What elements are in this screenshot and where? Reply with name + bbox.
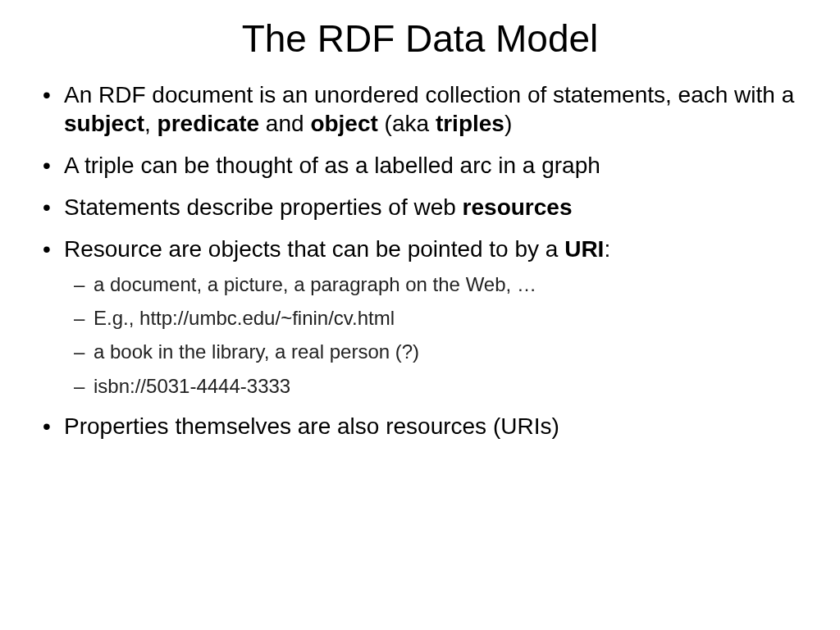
sub-bullet-item: a document, a picture, a paragraph on th…: [94, 272, 799, 297]
bold-text: predicate: [158, 111, 260, 136]
bullet-item: Properties themselves are also resources…: [64, 412, 799, 441]
bullet-text: (aka: [378, 111, 436, 136]
bullet-text: Resource are objects that can be pointed…: [64, 236, 564, 262]
bold-text: triples: [436, 111, 504, 136]
bullet-item: An RDF document is an unordered collecti…: [64, 80, 799, 138]
bullet-item: Resource are objects that can be pointed…: [64, 235, 799, 399]
sub-bullet-list: a document, a picture, a paragraph on th…: [64, 272, 799, 399]
bullet-text: :: [604, 236, 610, 262]
bullet-item: Statements describe properties of web re…: [64, 193, 799, 221]
bold-text: subject: [64, 111, 144, 136]
bullet-text: ): [504, 111, 512, 136]
sub-bullet-item: isbn://5031-4444-3333: [94, 373, 799, 399]
bold-text: URI: [564, 236, 604, 262]
bold-text: resources: [463, 194, 573, 220]
sub-bullet-item: a book in the library, a real person (?): [94, 339, 799, 364]
bullet-item: A triple can be thought of as a labelled…: [64, 151, 799, 180]
slide-title: The RDF Data Model: [41, 16, 799, 61]
bullet-text: An RDF document is an unordered collecti…: [64, 82, 794, 107]
sub-bullet-item: E.g., http://umbc.edu/~finin/cv.html: [94, 305, 799, 331]
bullet-list: An RDF document is an unordered collecti…: [41, 80, 799, 441]
bullet-text: Statements describe properties of web: [64, 194, 463, 220]
bold-text: object: [310, 111, 377, 136]
bullet-text: ,: [144, 111, 158, 136]
bullet-text: and: [259, 111, 310, 136]
